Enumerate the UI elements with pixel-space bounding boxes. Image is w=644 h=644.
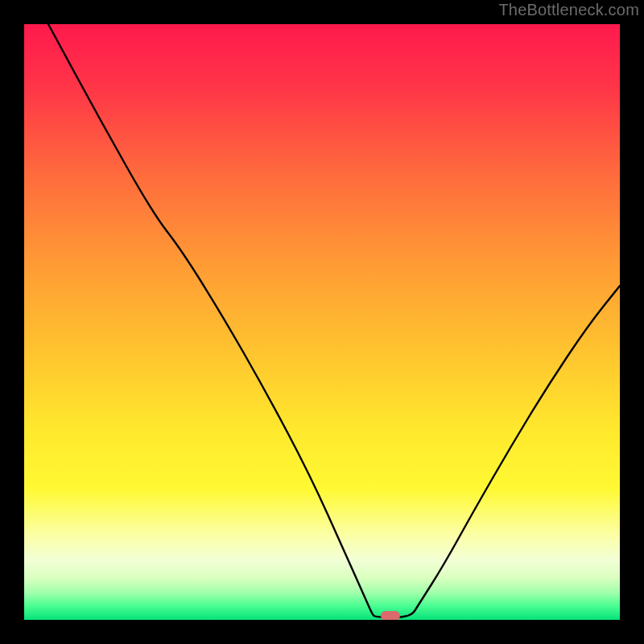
chart-frame: TheBottleneck.com: [0, 0, 644, 644]
plot-area: [24, 24, 620, 620]
bottleneck-curve: [24, 24, 620, 620]
watermark-text: TheBottleneck.com: [498, 1, 639, 19]
optimum-marker: [381, 611, 400, 620]
